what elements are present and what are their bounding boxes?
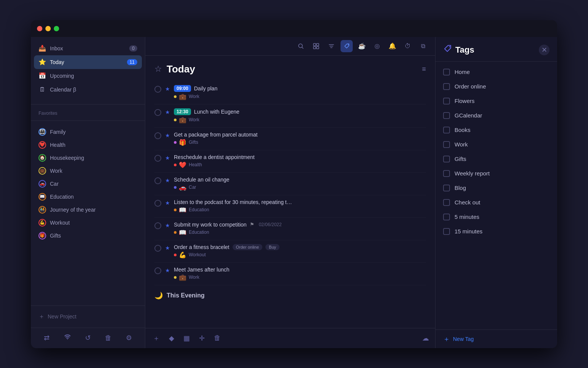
sidebar-label-upcoming: Upcoming: [50, 73, 137, 79]
task-name-9[interactable]: Meet James after lunch: [174, 267, 230, 273]
bell-toolbar-btn[interactable]: 🔔: [386, 40, 398, 52]
task-star-1[interactable]: ★: [165, 86, 170, 92]
tag-checkbox-15-minutes[interactable]: [443, 228, 450, 235]
grid-toolbar-btn[interactable]: [310, 40, 322, 52]
move-button[interactable]: ✛: [198, 333, 206, 344]
project-circle-family: 👨‍👩‍👧: [39, 128, 46, 136]
task-checkbox-3[interactable]: [154, 132, 161, 139]
search-toolbar-btn[interactable]: [295, 40, 307, 52]
tag-item-15-minutes[interactable]: 15 minutes: [440, 224, 553, 239]
task-star-8[interactable]: ★: [165, 245, 170, 251]
task-name-1[interactable]: Daily plan: [194, 85, 217, 92]
tag-item-gifts[interactable]: Gifts: [440, 152, 553, 166]
shuffle-button[interactable]: ⇄: [42, 332, 51, 344]
tag-toolbar-btn[interactable]: [341, 40, 353, 52]
tag-checkbox-order-online[interactable]: [443, 83, 450, 90]
tag-item-blog[interactable]: Blog: [440, 181, 553, 195]
task-star-4[interactable]: ★: [165, 155, 170, 161]
task-name-4[interactable]: Reschedule a dentist appointment: [174, 154, 255, 160]
delete-button[interactable]: 🗑: [212, 333, 222, 344]
task-tag-label-6: Education: [189, 207, 209, 212]
project-item-family[interactable]: 👨‍👩‍👧 Family: [34, 125, 142, 138]
tag-checkbox-5-minutes[interactable]: [443, 214, 450, 220]
task-checkbox-7[interactable]: [154, 222, 161, 229]
project-item-work[interactable]: 💼 Work: [34, 164, 142, 177]
task-checkbox-6[interactable]: [154, 200, 161, 207]
tag-checkbox-flowers[interactable]: [443, 98, 450, 104]
close-button[interactable]: [37, 26, 42, 31]
cup-toolbar-btn[interactable]: ☕: [356, 40, 368, 52]
diamond-button[interactable]: ◆: [167, 333, 176, 344]
task-flag-7: ⚑: [250, 222, 254, 227]
target-toolbar-btn[interactable]: ◎: [371, 40, 383, 52]
task-checkbox-9[interactable]: [154, 267, 161, 274]
tag-item-5-minutes[interactable]: 5 minutes: [440, 210, 553, 224]
inline-tag-order-online[interactable]: Order online: [233, 244, 263, 250]
project-item-journey[interactable]: 🧑‍🤝‍🧑 Journey of the year: [34, 203, 142, 216]
inline-tag-buy[interactable]: Buy: [265, 244, 280, 250]
tag-item-gcalendar[interactable]: GCalendar: [440, 108, 553, 123]
task-star-2[interactable]: ★: [165, 109, 170, 115]
today-star-icon[interactable]: ☆: [154, 64, 162, 74]
tag-item-check-out[interactable]: Check out: [440, 195, 553, 210]
minimize-button[interactable]: [45, 26, 51, 31]
tag-item-work[interactable]: Work: [440, 137, 553, 152]
add-task-button[interactable]: ＋: [151, 332, 161, 344]
task-checkbox-4[interactable]: [154, 155, 161, 162]
tag-checkbox-check-out[interactable]: [443, 199, 450, 206]
settings-button[interactable]: ⚙: [124, 332, 133, 344]
timer-toolbar-btn[interactable]: ⏱: [402, 40, 414, 52]
project-item-gifts[interactable]: 🎁 Gifts: [34, 229, 142, 242]
task-star-3[interactable]: ★: [165, 132, 170, 138]
project-circle-gifts: 🎁: [39, 232, 46, 239]
maximize-button[interactable]: [54, 26, 59, 31]
tag-checkbox-gifts[interactable]: [443, 156, 450, 162]
tag-checkbox-books[interactable]: [443, 127, 450, 133]
tag-item-flowers[interactable]: Flowers: [440, 94, 553, 108]
view-menu-button[interactable]: ≡: [422, 65, 426, 73]
tag-item-home[interactable]: Home: [440, 65, 553, 79]
task-checkbox-1[interactable]: [154, 86, 161, 93]
project-item-workout[interactable]: 💪 Workout: [34, 216, 142, 229]
tag-item-weekly-report[interactable]: Weekly report: [440, 166, 553, 181]
task-star-7[interactable]: ★: [165, 222, 170, 228]
project-item-education[interactable]: 📖 Education: [34, 190, 142, 203]
history-button[interactable]: ↺: [84, 332, 92, 344]
task-checkbox-5[interactable]: [154, 177, 161, 184]
sidebar-item-today[interactable]: ⭐ Today 11: [34, 55, 142, 69]
calendar-view-button[interactable]: ▦: [182, 333, 191, 344]
sidebar-item-upcoming[interactable]: 📅 Upcoming: [34, 69, 142, 83]
tag-checkbox-weekly-report[interactable]: [443, 170, 450, 177]
copy-toolbar-btn[interactable]: ⧉: [417, 40, 429, 52]
new-project-button[interactable]: ＋ New Project: [34, 310, 142, 323]
cloud-sync-button[interactable]: ☁: [422, 334, 429, 342]
tag-checkbox-home[interactable]: [443, 69, 450, 76]
tag-checkbox-work[interactable]: [443, 141, 450, 148]
sidebar-item-inbox[interactable]: 📥 Inbox 0: [34, 42, 142, 55]
task-name-5[interactable]: Schedule an oil change: [174, 177, 230, 183]
task-name-2[interactable]: Lunch with Eugene: [194, 109, 239, 115]
task-name-7[interactable]: Submit my work to competition: [174, 222, 247, 228]
task-tag-row-7: 📖 Education: [174, 229, 426, 236]
task-checkbox-2[interactable]: [154, 109, 161, 116]
sidebar-item-calendar[interactable]: 🗓 Calendar β: [34, 83, 142, 96]
tag-item-order-online[interactable]: Order online: [440, 79, 553, 94]
project-item-housekeeping[interactable]: 🏠 Housekeeping: [34, 151, 142, 164]
task-star-5[interactable]: ★: [165, 177, 170, 183]
tag-checkbox-blog[interactable]: [443, 185, 450, 191]
tag-item-books[interactable]: Books: [440, 123, 553, 137]
project-item-health[interactable]: ❤️ Health: [34, 138, 142, 151]
trash-button[interactable]: 🗑: [103, 333, 113, 344]
task-name-3[interactable]: Get a package from parcel automat: [174, 132, 257, 138]
task-name-6[interactable]: Listen to the podcast for 30 minutes, re…: [174, 199, 292, 205]
filter-toolbar-btn[interactable]: [325, 40, 337, 52]
tag-checkbox-gcalendar[interactable]: [443, 112, 450, 119]
new-tag-button[interactable]: ＋ New Tag: [443, 334, 549, 344]
task-star-9[interactable]: ★: [165, 267, 170, 273]
tags-close-button[interactable]: ✕: [539, 45, 549, 55]
task-star-6[interactable]: ★: [165, 200, 170, 206]
task-checkbox-8[interactable]: [154, 245, 161, 252]
project-item-car[interactable]: 🚗 Car: [34, 177, 142, 190]
wifi-button[interactable]: [62, 332, 73, 344]
task-name-8[interactable]: Order a fitness bracelet: [174, 244, 230, 250]
